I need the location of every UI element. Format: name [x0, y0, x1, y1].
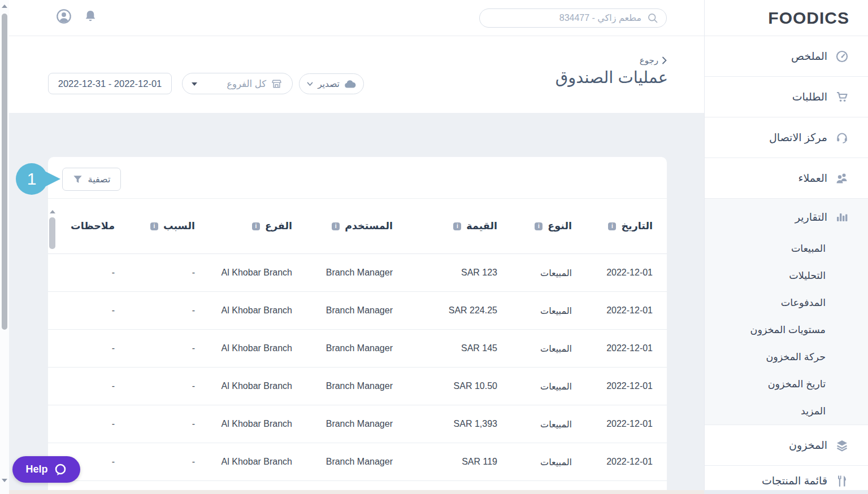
headset-icon [835, 131, 849, 145]
sidebar-item-customers[interactable]: العملاء [705, 158, 868, 199]
info-icon[interactable]: i [608, 222, 616, 230]
table-cell: 2022-12-01 [572, 419, 653, 429]
search-input[interactable] [488, 13, 641, 23]
table-row[interactable]: 2022-12-01المبيعاتSAR 145Branch ManagerA… [48, 330, 667, 368]
table-cell: - [115, 381, 195, 391]
sidebar-item-label: المخزون [789, 439, 827, 452]
store-icon [271, 78, 282, 89]
table-cell: SAR 10.50 [393, 381, 497, 391]
sidebar-subitem-analytics[interactable]: التحليلات [705, 262, 868, 289]
sidebar-item-summary[interactable]: الملخص [705, 36, 868, 77]
sidebar-item-call-center[interactable]: مركز الاتصال [705, 117, 868, 158]
annotation-pointer [45, 171, 60, 187]
column-header: السببi [115, 220, 195, 232]
page-scrollbar[interactable] [0, 0, 9, 494]
export-button[interactable]: تصدير [299, 73, 364, 94]
table-cell: - [57, 268, 115, 278]
gauge-icon [835, 50, 849, 63]
column-header-label: المستخدم [345, 220, 393, 232]
table-cell: Al Khobar Branch [195, 457, 292, 467]
sidebar-subitem-more[interactable]: المزيد [705, 397, 868, 425]
utensils-icon [835, 474, 849, 488]
bar-chart-icon [835, 210, 849, 224]
topbar [9, 0, 704, 36]
sidebar-item-inventory[interactable]: المخزون [705, 425, 868, 466]
table-cell: المبيعات [497, 268, 572, 278]
column-header-label: السبب [163, 220, 195, 232]
table-cell: - [57, 305, 115, 316]
table-scrollbar-thumb[interactable] [49, 217, 55, 249]
filter-row: تصفية [48, 157, 667, 199]
column-header-label: القيمة [466, 220, 497, 232]
column-header-label: التاريخ [621, 220, 653, 232]
funnel-icon [73, 175, 83, 184]
info-icon[interactable]: i [150, 222, 158, 230]
user-avatar-icon[interactable] [56, 8, 72, 27]
table-cell: - [57, 419, 115, 429]
table-cell: Branch Manager [292, 381, 393, 391]
table-cell: SAR 145 [393, 343, 497, 353]
scroll-up-arrow-icon[interactable] [50, 210, 55, 213]
help-button[interactable]: Help [12, 456, 80, 483]
table-cell: Al Khobar Branch [195, 381, 292, 391]
sidebar-subitem-inventory-levels[interactable]: مستويات المخزون [705, 316, 868, 343]
annotation-number: 1 [16, 163, 47, 195]
table-cell: SAR 1,393 [393, 419, 497, 429]
chevron-right-icon [662, 56, 667, 64]
table-header-row: التاريخiالنوعiالقيمةiالمستخدمiالفرعiالسب… [48, 199, 667, 254]
content-area: تصفية التاريخiالنوعiالقيمةiالمستخدمiالفر… [9, 113, 704, 494]
caret-down-icon [192, 82, 197, 86]
cart-icon [835, 90, 849, 104]
scroll-down-arrow-icon[interactable] [2, 479, 7, 482]
table-row[interactable]: 2022-12-01المبيعاتSAR 123Branch ManagerA… [48, 254, 667, 292]
column-header: ملاحظات [57, 220, 115, 232]
table-cell: Branch Manager [292, 343, 393, 353]
sidebar-item-orders[interactable]: الطلبات [705, 77, 868, 117]
people-icon [835, 172, 849, 185]
scroll-up-arrow-icon[interactable] [2, 5, 7, 8]
table-row[interactable]: 2022-12-01المبيعاتSAR 119Branch ManagerA… [48, 443, 667, 481]
branch-filter-value: كل الفروع [227, 78, 266, 89]
sidebar-item-reports[interactable]: التقارير [705, 199, 868, 235]
filter-button[interactable]: تصفية [62, 168, 121, 191]
table-cell: SAR 123 [393, 268, 497, 278]
branch-filter-select[interactable]: كل الفروع [182, 73, 293, 94]
horizontal-scrollbar[interactable] [0, 490, 704, 494]
table-row[interactable]: 2022-12-01المبيعاتSAR 1,393Branch Manage… [48, 405, 667, 443]
global-search[interactable] [479, 8, 667, 28]
info-icon[interactable]: i [453, 222, 461, 230]
sidebar: FOODICS الملخص الطلبات مركز الاتصال العم… [704, 0, 868, 494]
table-row[interactable]: 2022-12-01المبيعاتSAR 10.50Branch Manage… [48, 368, 667, 405]
table-cell: المبيعات [497, 381, 572, 392]
table-cell: - [115, 419, 195, 429]
table-cell: - [57, 381, 115, 391]
table-cell: 2022-12-01 [572, 343, 653, 353]
filter-label: تصفية [88, 174, 111, 185]
chevron-down-icon [307, 82, 313, 86]
info-icon[interactable]: i [535, 222, 542, 230]
table-row[interactable]: 2022-12-01المبيعاتSAR 224.25Branch Manag… [48, 292, 667, 330]
info-icon[interactable]: i [252, 222, 260, 230]
cashbox-operations-card: تصفية التاريخiالنوعiالقيمةiالمستخدمiالفر… [48, 157, 667, 490]
annotation-badge-1: 1 [16, 163, 60, 195]
sidebar-section-reports: التقارير المبيعات التحليلات المدفوعات مس… [705, 199, 868, 425]
export-label: تصدير [318, 79, 340, 89]
page-scrollbar-thumb[interactable] [2, 14, 7, 330]
table-cell: 2022-12-01 [572, 381, 653, 391]
back-link[interactable]: رجوع [640, 55, 667, 65]
column-header: المستخدمi [292, 220, 393, 232]
column-header-label: ملاحظات [71, 220, 115, 232]
table-cell: المبيعات [497, 343, 572, 354]
info-icon[interactable]: i [332, 222, 340, 230]
table-cell: Branch Manager [292, 457, 393, 467]
sidebar-subitem-inventory-movement[interactable]: حركة المخزون [705, 343, 868, 370]
sidebar-subitem-inventory-history[interactable]: تاريخ المخزون [705, 370, 868, 397]
sidebar-subitem-payments[interactable]: المدفوعات [705, 289, 868, 316]
notification-bell-icon[interactable] [83, 9, 98, 26]
table-cell: - [115, 457, 195, 467]
date-range-input[interactable]: 2022-12-01 - 2022-12-31 [48, 73, 172, 94]
table-cell: - [115, 268, 195, 278]
sidebar-subitem-sales[interactable]: المبيعات [705, 235, 868, 262]
table-scrollbar[interactable] [49, 208, 56, 321]
chat-bubble-icon [54, 463, 67, 476]
